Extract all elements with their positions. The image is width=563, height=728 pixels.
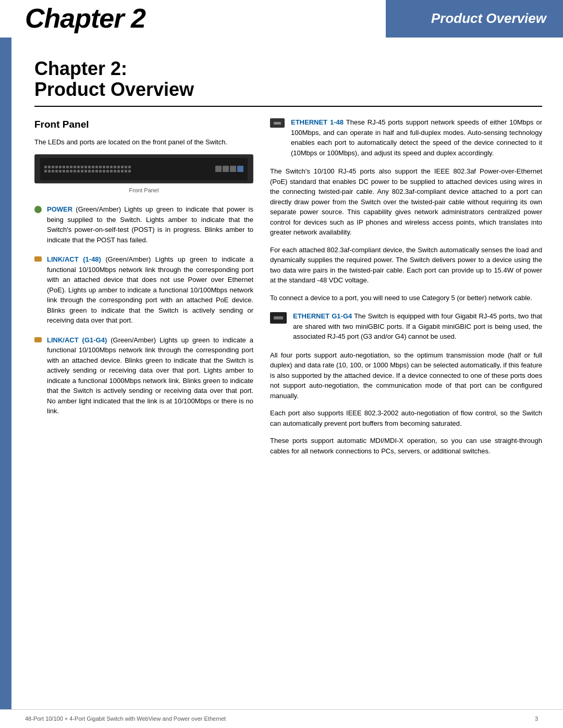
ethernet-1-48-para-3: To connect a device to a port, you will … bbox=[270, 293, 542, 303]
big-port bbox=[223, 166, 229, 172]
header-chapter-text: Chapter 2 bbox=[25, 0, 145, 39]
port-dot bbox=[114, 166, 116, 168]
header-chapter: Chapter 2 bbox=[0, 0, 386, 38]
port-dot bbox=[88, 166, 91, 168]
bullet-text-power: POWER (Green/Amber) Lights up green to i… bbox=[47, 204, 253, 245]
port-dot bbox=[117, 170, 120, 172]
port-dot bbox=[95, 170, 98, 172]
switch-image bbox=[34, 154, 253, 183]
link-act-g1-g4-label: LINK/ACT (G1-G4) bbox=[47, 336, 107, 344]
port-dot bbox=[106, 170, 109, 172]
content-area: Chapter 2: Product Overview Front Panel … bbox=[11, 38, 563, 709]
port-dot bbox=[95, 166, 98, 168]
port-dot bbox=[106, 166, 109, 168]
port-dot bbox=[99, 170, 102, 172]
port-dot bbox=[92, 166, 94, 168]
port-dot bbox=[52, 170, 54, 172]
port-dot bbox=[110, 166, 113, 168]
port-dot bbox=[114, 170, 116, 172]
port-dot bbox=[44, 170, 47, 172]
port-dot bbox=[92, 170, 94, 172]
port-dot bbox=[48, 170, 51, 172]
link-act-g1-g4-icon bbox=[34, 337, 42, 342]
switch-image-caption: Front Panel bbox=[34, 187, 253, 195]
port-dot bbox=[125, 166, 127, 168]
port-dot bbox=[63, 170, 65, 172]
power-label: POWER bbox=[47, 205, 72, 213]
header-product-overview: Product Overview bbox=[431, 9, 546, 29]
port-dot bbox=[44, 166, 47, 168]
port-dot bbox=[103, 170, 105, 172]
bullet-text-link-act-g1-g4: LINK/ACT (G1-G4) (Green/Amber) Lights up… bbox=[47, 335, 253, 416]
link-act-1-48-desc: (Green/Amber) Lights up green to indicat… bbox=[47, 255, 253, 324]
ethernet-g1-g4-text: ETHERNET G1-G4 The Switch is equipped wi… bbox=[293, 311, 542, 342]
port-dot bbox=[52, 166, 54, 168]
link-act-g1-g4-desc: (Green/Amber) Lights up green to indicat… bbox=[47, 336, 253, 415]
ethernet-1-48-port-rep bbox=[274, 122, 281, 125]
port-dot bbox=[128, 166, 131, 168]
port-dot bbox=[70, 166, 72, 168]
switch-image-inner bbox=[40, 158, 247, 180]
port-dot bbox=[77, 166, 80, 168]
port-dot bbox=[63, 166, 65, 168]
chapter-divider bbox=[34, 106, 542, 107]
port-dot bbox=[59, 166, 62, 168]
ethernet-1-48-label: ETHERNET 1-48 bbox=[291, 118, 344, 126]
front-panel-heading: Front Panel bbox=[34, 117, 253, 132]
port-dot bbox=[81, 170, 83, 172]
port-dot bbox=[74, 170, 76, 172]
ethernet-1-48-para-1: The Switch's 10/100 RJ-45 ports also sup… bbox=[270, 166, 542, 238]
port-dot bbox=[66, 166, 69, 168]
two-col-layout: Front Panel The LEDs and ports are locat… bbox=[34, 117, 542, 688]
port-dot bbox=[77, 170, 80, 172]
col-right: ETHERNET 1-48 These RJ-45 ports support … bbox=[270, 117, 542, 688]
header: Chapter 2 Product Overview bbox=[0, 0, 563, 38]
ethernet-g1-g4-port-rep bbox=[274, 316, 283, 319]
port-row-2 bbox=[44, 170, 131, 172]
port-dot bbox=[84, 166, 87, 168]
ethernet-g1-g4-icon-box bbox=[270, 312, 287, 324]
big-port bbox=[215, 166, 222, 172]
chapter-title-line1: Chapter 2: Product Overview bbox=[34, 58, 542, 100]
bullet-item-link-act-g1-g4: LINK/ACT (G1-G4) (Green/Amber) Lights up… bbox=[34, 335, 253, 416]
port-dot bbox=[59, 170, 62, 172]
port-dot bbox=[103, 166, 105, 168]
port-dot bbox=[66, 170, 69, 172]
link-act-1-48-label: LINK/ACT (1-48) bbox=[47, 255, 101, 263]
footer: 48-Port 10/100 + 4-Port Gigabit Switch w… bbox=[0, 709, 563, 728]
port-dot bbox=[121, 170, 124, 172]
big-port bbox=[230, 166, 236, 172]
port-dot bbox=[70, 170, 72, 172]
port-dot bbox=[48, 166, 51, 168]
page-body: Chapter 2: Product Overview Front Panel … bbox=[0, 38, 563, 709]
bullet-text-link-act-1-48: LINK/ACT (1-48) (Green/Amber) Lights up … bbox=[47, 254, 253, 326]
port-dot bbox=[81, 166, 83, 168]
port-dot bbox=[121, 166, 124, 168]
ethernet-g1-g4-label: ETHERNET G1-G4 bbox=[293, 312, 352, 320]
ethernet-g1-g4-item: ETHERNET G1-G4 The Switch is equipped wi… bbox=[270, 311, 542, 342]
chapter-title: Chapter 2: Product Overview bbox=[34, 58, 542, 100]
big-port bbox=[237, 166, 243, 172]
port-dot bbox=[110, 170, 113, 172]
power-icon bbox=[34, 206, 42, 213]
ethernet-1-48-para-2: For each attached 802.3af-compliant devi… bbox=[270, 245, 542, 286]
port-dot bbox=[125, 170, 127, 172]
footer-page-number: 3 bbox=[535, 715, 538, 723]
bullet-item-power: POWER (Green/Amber) Lights up green to i… bbox=[34, 204, 253, 245]
power-desc: (Green/Amber) Lights up green to indicat… bbox=[47, 205, 253, 244]
port-dot bbox=[117, 166, 120, 168]
port-dot bbox=[88, 170, 91, 172]
front-panel-intro: The LEDs and ports are located on the fr… bbox=[34, 137, 253, 147]
port-dot bbox=[55, 170, 58, 172]
port-row-1 bbox=[44, 166, 131, 168]
ethernet-g1-g4-para-3: These ports support automatic MDI/MDI-X … bbox=[270, 436, 542, 456]
link-act-1-48-icon bbox=[34, 256, 42, 262]
header-right: Product Overview bbox=[386, 0, 563, 38]
bullet-list: POWER (Green/Amber) Lights up green to i… bbox=[34, 204, 253, 416]
switch-right-ports bbox=[215, 166, 243, 172]
ethernet-1-48-text: ETHERNET 1-48 These RJ-45 ports support … bbox=[291, 117, 542, 158]
ethernet-g1-g4-icon bbox=[270, 312, 287, 324]
bullet-item-link-act-1-48: LINK/ACT (1-48) (Green/Amber) Lights up … bbox=[34, 254, 253, 326]
port-dot bbox=[84, 170, 87, 172]
port-dot bbox=[74, 166, 76, 168]
